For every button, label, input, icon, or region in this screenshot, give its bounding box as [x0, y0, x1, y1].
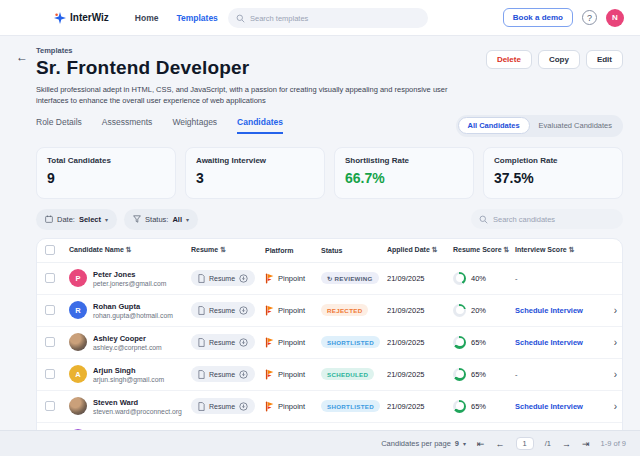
resume-chip-label: Resume: [209, 339, 235, 346]
resume-chip[interactable]: Resume: [191, 398, 255, 414]
resume-score-cell: 65%: [453, 336, 515, 349]
stat-label: Shortlisting Rate: [345, 156, 463, 165]
status-badge: REJECTED: [321, 304, 368, 316]
row-checkbox[interactable]: [45, 337, 55, 347]
row-checkbox[interactable]: [45, 369, 55, 379]
row-chevron-icon[interactable]: ›: [603, 305, 617, 316]
edit-button[interactable]: Edit: [586, 50, 623, 69]
breadcrumb[interactable]: Templates: [36, 46, 456, 55]
status-badge: SHORTLISTED: [321, 336, 380, 348]
row-chevron-icon[interactable]: ›: [603, 401, 617, 412]
col-status: Status: [321, 247, 387, 254]
segment-evaluated-candidates[interactable]: Evaluated Candidates: [530, 118, 621, 133]
interview-score-cell: -: [515, 274, 603, 283]
platform-label: Pinpoint: [278, 274, 305, 283]
candidates-search-input[interactable]: Search candidates: [471, 209, 623, 229]
sort-icon: ⇅: [569, 246, 575, 253]
row-checkbox[interactable]: [45, 401, 55, 411]
status-filter-chip[interactable]: Status: All ▾: [124, 209, 198, 230]
resume-chip[interactable]: Resume: [191, 270, 255, 286]
pinpoint-logo-icon: [265, 369, 274, 380]
table-row[interactable]: Ashley Cooper ashley.c@corpnet.com Resum…: [37, 327, 622, 359]
total-pages: /1: [545, 439, 551, 448]
row-checkbox[interactable]: [45, 305, 55, 315]
avatar: [69, 397, 87, 415]
download-icon[interactable]: [239, 274, 248, 283]
stat-value: 66.7%: [345, 170, 463, 186]
candidates-search-placeholder: Search candidates: [493, 215, 555, 224]
status-badge: SHORTLISTED: [321, 400, 380, 412]
document-icon: [198, 370, 205, 379]
col-interview-score[interactable]: Interview Score ⇅: [515, 246, 603, 254]
stat-awaiting-interview: Awaiting Interview 3: [185, 147, 325, 199]
table-row[interactable]: A Arjun Singh arjun.singh@gmail.com Resu…: [37, 359, 622, 391]
page-title: Sr. Frontend Developer: [36, 57, 456, 79]
brand-logo[interactable]: InterWiz: [54, 12, 109, 24]
table-row[interactable]: R Rohan Gupta rohan.gupta@hotmail.com Re…: [37, 295, 622, 327]
row-chevron-icon[interactable]: ›: [603, 369, 617, 380]
col-candidate-name[interactable]: Candidate Name ⇅: [69, 246, 191, 254]
interview-score-cell: Schedule Interview: [515, 306, 603, 315]
date-filter-chip[interactable]: Date: Select ▾: [36, 209, 117, 230]
download-icon[interactable]: [239, 306, 248, 315]
prev-page-icon[interactable]: ←: [496, 439, 505, 449]
table-row[interactable]: P Peter Jones peter.joners@gmail.com Res…: [37, 263, 622, 295]
segment-all-candidates[interactable]: All Candidates: [458, 117, 530, 134]
first-page-icon[interactable]: ⇤: [477, 439, 485, 449]
page: InterWiz Home Templates Interviews Searc…: [0, 0, 640, 456]
row-checkbox[interactable]: [45, 273, 55, 283]
last-page-icon[interactable]: ⇥: [582, 439, 590, 449]
sort-icon: ⇅: [432, 246, 438, 253]
col-resume-score[interactable]: Resume Score ⇅: [453, 246, 515, 254]
help-icon[interactable]: ?: [582, 10, 597, 25]
download-icon[interactable]: [239, 402, 248, 411]
resume-chip[interactable]: Resume: [191, 366, 255, 382]
tab-assessments[interactable]: Assessments: [102, 117, 153, 134]
user-avatar[interactable]: N: [606, 9, 624, 27]
nav-item-templates[interactable]: Templates: [176, 13, 217, 23]
pinpoint-logo-icon: [265, 337, 274, 348]
delete-button[interactable]: Delete: [486, 50, 532, 69]
book-a-demo-button[interactable]: Book a demo: [503, 8, 573, 27]
back-arrow-icon[interactable]: ←: [16, 50, 28, 64]
next-page-icon[interactable]: →: [562, 439, 571, 449]
tab-role-details[interactable]: Role Details: [36, 117, 82, 134]
col-applied-date[interactable]: Applied Date ⇅: [387, 246, 453, 254]
download-icon[interactable]: [239, 338, 248, 347]
document-icon: [198, 306, 205, 315]
row-chevron-icon[interactable]: ›: [603, 337, 617, 348]
resume-chip[interactable]: Resume: [191, 302, 255, 318]
candidate-name: Arjun Singh: [93, 366, 164, 375]
current-page-box[interactable]: 1: [516, 437, 534, 450]
chevron-down-icon: ▾: [186, 216, 189, 223]
resume-chip[interactable]: Resume: [191, 334, 255, 350]
per-page-select[interactable]: Candidates per page 9 ▾: [381, 439, 466, 448]
resume-score-cell: 40%: [453, 272, 515, 285]
chevron-down-icon: ▾: [463, 440, 466, 447]
select-all-checkbox[interactable]: [45, 245, 55, 255]
platform-cell: Pinpoint: [265, 369, 321, 380]
status-badge: SCHEDULED: [321, 368, 374, 380]
status-filter-label: Status:: [145, 215, 168, 224]
platform-label: Pinpoint: [278, 338, 305, 347]
platform-label: Pinpoint: [278, 402, 305, 411]
download-icon[interactable]: [239, 370, 248, 379]
candidate-email: peter.joners@gmail.com: [93, 280, 166, 287]
nav-item-home[interactable]: Home: [135, 13, 159, 23]
status-filter-value: All: [172, 215, 182, 224]
table-row[interactable]: Steven Ward steven.ward@proconnect.org R…: [37, 391, 622, 423]
search-icon: [479, 215, 488, 224]
tab-weightages[interactable]: Weightages: [172, 117, 217, 134]
date-filter-label: Date:: [57, 215, 75, 224]
col-resume[interactable]: Resume ⇅: [191, 246, 265, 254]
copy-button[interactable]: Copy: [538, 50, 580, 69]
stat-value: 9: [47, 170, 165, 186]
candidate-name: Peter Jones: [93, 270, 166, 279]
templates-search-input[interactable]: Search templates: [228, 8, 428, 28]
candidate-cell: Steven Ward steven.ward@proconnect.org: [69, 397, 191, 415]
tab-candidates[interactable]: Candidates: [237, 117, 283, 134]
stat-total-candidates: Total Candidates 9: [36, 147, 176, 199]
applied-date: 21/09/2025: [387, 306, 453, 315]
sort-icon: ⇅: [504, 246, 510, 253]
avatar: R: [69, 301, 87, 319]
